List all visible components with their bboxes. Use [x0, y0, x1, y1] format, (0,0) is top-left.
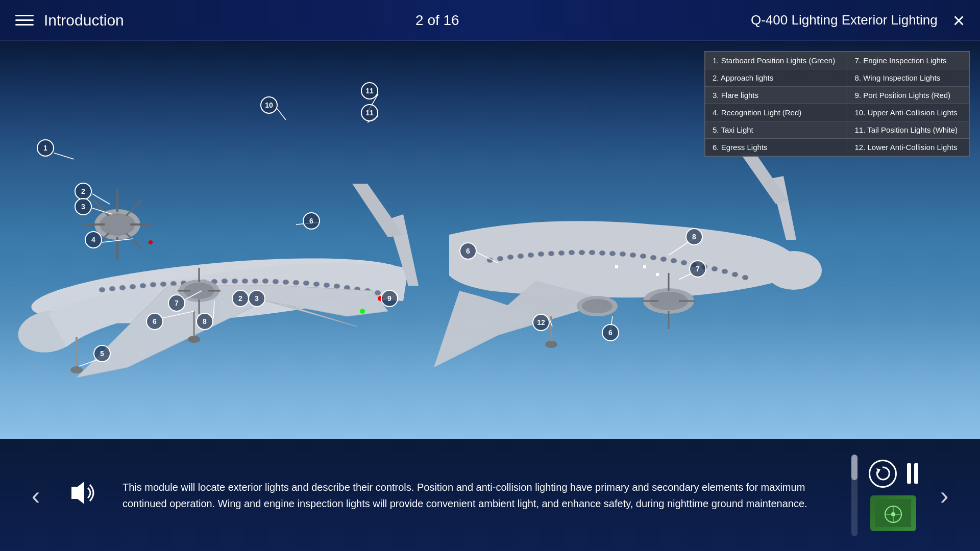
header-right: Q-400 Lighting Exterior Lighting ×	[751, 10, 965, 31]
svg-point-76	[589, 250, 595, 255]
control-icons	[869, 460, 918, 488]
module-title: Q-400 Lighting Exterior Lighting	[751, 12, 938, 28]
progress-indicator: 2 of 16	[415, 12, 459, 29]
horizon-haze	[0, 280, 980, 439]
close-button[interactable]: ×	[953, 10, 965, 31]
callout-6-right: 6	[459, 242, 477, 260]
callout-3b: 3	[248, 290, 265, 307]
svg-point-68	[507, 255, 513, 260]
callout-5: 5	[93, 345, 111, 362]
svg-line-39	[126, 200, 142, 216]
svg-point-89	[722, 269, 728, 274]
svg-point-67	[497, 256, 503, 261]
legend-item-12: 12. Lower Anti-Collision Lights	[847, 139, 969, 156]
replay-button[interactable]	[869, 460, 897, 488]
next-button[interactable]: ›	[929, 481, 960, 510]
callout-6a: 6	[146, 313, 163, 330]
legend-table: 1. Starboard Position Lights (Green) 7. …	[704, 51, 970, 157]
svg-point-71	[538, 252, 544, 257]
svg-point-74	[569, 250, 575, 255]
callout-8: 8	[196, 313, 213, 330]
callout-11a: 11	[361, 82, 378, 99]
menu-button[interactable]	[15, 15, 34, 26]
scrollbar-thumb	[851, 455, 857, 480]
callout-8-right: 8	[685, 228, 703, 245]
callout-7: 7	[168, 294, 185, 312]
svg-rect-103	[615, 265, 618, 268]
legend-item-11: 11. Tail Position Lights (White)	[847, 121, 969, 139]
svg-point-31	[100, 213, 135, 236]
svg-point-90	[732, 272, 738, 277]
svg-point-72	[548, 251, 554, 256]
legend-item-2: 2. Approach lights	[705, 69, 847, 87]
svg-point-85	[681, 260, 687, 265]
callout-7-right: 7	[689, 260, 706, 278]
svg-point-83	[660, 257, 667, 262]
thumbnail-svg	[875, 499, 911, 527]
svg-point-80	[630, 253, 636, 258]
callout-12: 12	[532, 314, 550, 331]
legend-item-5: 5. Taxi Light	[705, 121, 847, 139]
audio-button[interactable]	[61, 478, 102, 513]
svg-point-77	[599, 251, 605, 256]
pause-bar-2	[914, 463, 918, 484]
svg-point-73	[558, 251, 565, 256]
svg-point-79	[620, 252, 626, 257]
svg-point-69	[518, 254, 524, 259]
pause-bar-1	[907, 463, 911, 484]
legend-item-4: 4. Recognition Light (Red)	[705, 104, 847, 121]
svg-point-88	[712, 266, 718, 271]
thumbnail	[870, 495, 916, 531]
svg-point-84	[671, 258, 677, 263]
svg-point-78	[609, 251, 616, 256]
legend-item-7: 7. Engine Inspection Lights	[847, 52, 969, 69]
legend-item-8: 8. Wing Inspection Lights	[847, 69, 969, 87]
right-controls	[868, 460, 919, 531]
svg-line-63	[277, 109, 286, 120]
callout-9: 9	[381, 290, 398, 307]
callout-2: 2	[75, 183, 92, 200]
svg-point-81	[640, 254, 646, 259]
callout-2b: 2	[232, 290, 249, 307]
legend-item-1: 1. Starboard Position Lights (Green)	[705, 52, 847, 69]
svg-point-82	[650, 255, 656, 260]
aircraft-diagram: 1 2 3 4 5 6 7 8 2 3 6 9 10 11 11 6 7 8	[0, 41, 980, 439]
audio-icon	[66, 478, 97, 508]
header: Introduction 2 of 16 Q-400 Lighting Exte…	[0, 0, 980, 41]
callout-11b: 11	[361, 104, 378, 121]
callout-3: 3	[75, 198, 92, 215]
description-text: This module will locate exterior lights …	[112, 479, 846, 512]
svg-line-53	[54, 153, 74, 159]
callout-6-right2: 6	[602, 324, 619, 341]
svg-point-52	[149, 240, 153, 244]
legend-item-10: 10. Upper Anti-Collision Lights	[847, 104, 969, 121]
svg-marker-111	[71, 482, 84, 504]
legend-item-3: 3. Flare lights	[705, 87, 847, 104]
svg-rect-104	[656, 273, 659, 276]
replay-icon	[873, 464, 892, 483]
callout-1: 1	[37, 139, 54, 157]
bottom-panel: ‹ This module will locate exterior light…	[0, 439, 980, 551]
main-content: 1 2 3 4 5 6 7 8 2 3 6 9 10 11 11 6 7 8	[0, 41, 980, 439]
callout-4: 4	[85, 231, 102, 248]
svg-rect-105	[643, 265, 646, 268]
svg-point-70	[528, 253, 534, 258]
header-left: Introduction	[15, 12, 124, 29]
legend-item-6: 6. Egress Lights	[705, 139, 847, 156]
callout-10: 10	[260, 96, 278, 114]
prev-button[interactable]: ‹	[20, 481, 51, 510]
callout-6b: 6	[303, 212, 320, 230]
svg-point-75	[579, 250, 585, 255]
pause-button[interactable]	[907, 463, 918, 484]
legend-item-9: 9. Port Position Lights (Red)	[847, 87, 969, 104]
svg-line-37	[126, 233, 142, 249]
page-title: Introduction	[44, 12, 124, 29]
scrollbar[interactable]	[851, 455, 857, 536]
